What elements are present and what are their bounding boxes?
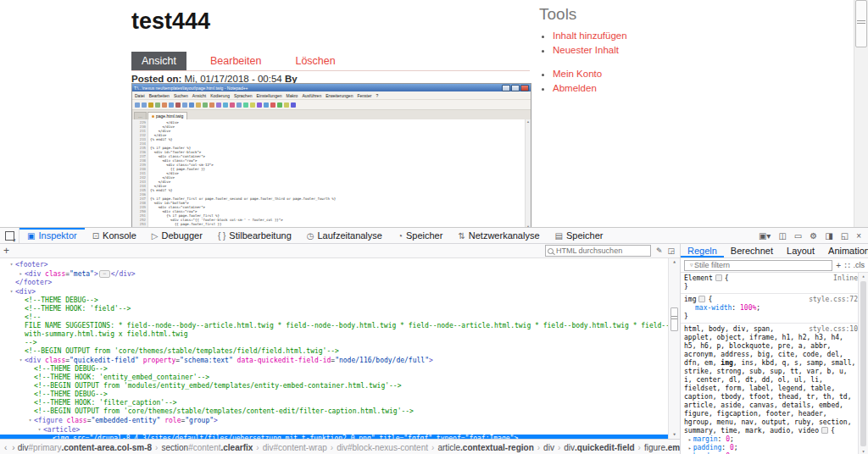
select-iframe-icon[interactable]: ▣▾ bbox=[759, 231, 771, 241]
dock-side-icon[interactable]: ◨ bbox=[825, 231, 832, 241]
css-declaration[interactable]: ▸margin: 0; bbox=[684, 435, 858, 444]
scroll-up-icon[interactable]: ▴ bbox=[859, 273, 868, 280]
page-scrollbar[interactable] bbox=[854, 0, 868, 227]
selector-highlight-icon[interactable] bbox=[821, 427, 828, 434]
markup-node[interactable]: <!--THEME DEBUG--> bbox=[0, 296, 668, 305]
pick-element-button[interactable]: ▸ bbox=[0, 228, 19, 243]
markup-node[interactable]: ▾<figure class="embedded-entity" role="g… bbox=[0, 416, 668, 425]
breadcrumb-item-section[interactable]: section#content.clearfix bbox=[161, 443, 253, 452]
node-tab-löschen[interactable]: Löschen bbox=[285, 52, 345, 70]
collapse-arrow-icon[interactable]: ▾ bbox=[8, 260, 15, 269]
markup-node[interactable]: <!--THEME HOOK: 'filter_caption'--> bbox=[0, 399, 668, 407]
markup-node[interactable]: <!--BEGIN OUTPUT from 'modules/entity_em… bbox=[0, 382, 668, 390]
close-devtools-icon[interactable]: × bbox=[856, 231, 861, 241]
markup-node[interactable]: <!--THEME HOOK: 'entity_embed_container'… bbox=[0, 374, 668, 382]
breadcrumb-scroll-right[interactable]: › bbox=[12, 443, 14, 452]
scroll-down-icon[interactable]: ▾ bbox=[669, 431, 680, 439]
markup-node[interactable]: <!--BEGIN OUTPUT from 'core/themes/stabl… bbox=[0, 347, 668, 356]
devtools-tab-label: Inspektor bbox=[38, 230, 76, 241]
devtools-tab-speicher-5[interactable]: ◔Speicher bbox=[390, 228, 450, 243]
markup-scrollbar[interactable]: ▴ ▾ bbox=[668, 258, 680, 439]
collapse-arrow-icon[interactable]: ▾ bbox=[8, 287, 15, 296]
collapse-arrow-icon[interactable]: ▾ bbox=[36, 425, 43, 434]
markup-node[interactable]: <!--BEGIN OUTPUT from 'core/themes/stabl… bbox=[0, 407, 668, 416]
pseudo-class-icon[interactable]: ∷ bbox=[844, 261, 849, 270]
sidebar-tab-berechnet[interactable]: Berechnet bbox=[724, 244, 780, 257]
devtools-tab-konsole-1[interactable]: ⊡Konsole bbox=[85, 228, 144, 243]
devtools-tab-stilbearbeitung-3[interactable]: { }Stilbearbeitung bbox=[210, 228, 299, 243]
separate-window-icon[interactable]: ◱ bbox=[841, 231, 849, 241]
markup-node[interactable]: </footer> bbox=[0, 279, 668, 287]
css-declaration[interactable]: max-width: 100%; bbox=[684, 304, 858, 313]
markup-node[interactable]: ▾<footer> bbox=[0, 260, 668, 269]
search-icon bbox=[548, 248, 554, 254]
split-console-icon[interactable]: ◫ bbox=[778, 231, 786, 241]
tools-link[interactable]: Inhalt hinzufügen bbox=[553, 30, 627, 41]
scroll-up-icon[interactable]: ▴ bbox=[669, 258, 680, 266]
markup-node[interactable]: with-summary.html.twig x field.html.twig bbox=[0, 330, 668, 339]
breadcrumb-item-div[interactable]: div#primary.content-area.col-sm-8 bbox=[18, 443, 152, 452]
style-filter-input[interactable] bbox=[684, 260, 832, 271]
breadcrumb-scroll-left[interactable]: ‹ bbox=[4, 443, 7, 452]
rules-scrollbar[interactable]: ▴ ▾ bbox=[858, 273, 868, 454]
devtools-tab-netzwerkanalyse-6[interactable]: ⇅Netzwerkanalyse bbox=[450, 228, 547, 243]
breadcrumb-item-div[interactable]: div bbox=[543, 443, 554, 452]
markup-node[interactable]: --> bbox=[0, 339, 668, 347]
screenshot-icon[interactable]: ◲ bbox=[667, 246, 675, 255]
selector-highlight-icon[interactable] bbox=[698, 296, 705, 302]
eyedropper-icon[interactable]: ✎ bbox=[656, 246, 663, 255]
scroll-down-icon[interactable]: ▾ bbox=[859, 448, 868, 454]
devtools-tabbar: ▸ ▣Inspektor⊡Konsole▷Debugger{ }Stilbear… bbox=[0, 228, 868, 244]
sidebar-tab-regeln[interactable]: Regeln bbox=[681, 244, 724, 257]
collapsed-content-icon[interactable]: ⋯ bbox=[99, 270, 110, 278]
breadcrumb-item-div[interactable]: div#content-wrap bbox=[263, 443, 327, 452]
rule-selector[interactable]: InlineElement{ bbox=[684, 274, 858, 283]
class-toggle-button[interactable]: .cls bbox=[854, 261, 865, 269]
add-element-button[interactable]: + bbox=[3, 246, 9, 255]
add-rule-icon[interactable]: + bbox=[836, 261, 841, 270]
rule-selector[interactable]: style.css:10html, body, div, span, apple… bbox=[684, 325, 858, 435]
markup-node[interactable]: ▾<div class="quickedit-field" property="… bbox=[0, 356, 668, 365]
tools-link[interactable]: Mein Konto bbox=[553, 69, 602, 79]
devtools-tab-speicher-7[interactable]: ▤Speicher bbox=[548, 228, 611, 243]
markup-node[interactable]: <!--THEME HOOK: 'field'--> bbox=[0, 305, 668, 313]
css-declaration[interactable]: ▸padding: 0; bbox=[684, 444, 858, 452]
stylesheet-link[interactable]: style.css:10 bbox=[809, 325, 858, 334]
markup-selected-img-node[interactable]: <img src="/drupal-8.4.3/sites/default/fi… bbox=[0, 435, 668, 439]
markup-node[interactable]: <!--THEME DEBUG--> bbox=[0, 365, 668, 374]
expand-declaration-icon[interactable]: ▸ bbox=[688, 436, 692, 442]
rule-selector[interactable]: style.css:72img{ bbox=[684, 296, 858, 304]
settings-icon[interactable]: ⚙ bbox=[810, 231, 817, 241]
markup-node[interactable]: <!-- bbox=[0, 313, 668, 322]
markup-node[interactable]: <!--THEME DEBUG--> bbox=[0, 390, 668, 399]
tools-link[interactable]: Neuester Inhalt bbox=[553, 45, 619, 55]
node-tab-bearbeiten[interactable]: Bearbeiten bbox=[200, 52, 271, 70]
breadcrumb-item-article[interactable]: article.contextual-region bbox=[437, 443, 533, 452]
npp-toolbar-icon bbox=[230, 102, 235, 108]
sidebar-tab-animationen[interactable]: Animationen bbox=[821, 244, 868, 257]
breadcrumb-separator: › bbox=[638, 443, 641, 452]
breadcrumb-item-div[interactable]: div.quickedit-field bbox=[564, 443, 634, 452]
node-tab-ansicht[interactable]: Ansicht bbox=[131, 52, 186, 70]
style-filter-row: ▿ + ∷ .cls bbox=[681, 258, 868, 273]
collapse-arrow-icon[interactable]: ▾ bbox=[26, 416, 34, 424]
sidebar-tab-layout[interactable]: Layout bbox=[780, 244, 821, 257]
devtools-tab-inspektor-0[interactable]: ▣Inspektor bbox=[19, 228, 85, 243]
breadcrumb-item-div[interactable]: div#block-nexus-content bbox=[337, 443, 428, 452]
tools-link[interactable]: Abmelden bbox=[553, 83, 597, 93]
markup-node[interactable]: ▾<article> bbox=[0, 425, 668, 435]
stylesheet-link[interactable]: Inline bbox=[833, 274, 858, 283]
devtools-tab-laufzeitanalyse-4[interactable]: ◷Laufzeitanalyse bbox=[299, 228, 390, 243]
stylesheet-link[interactable]: style.css:72 bbox=[809, 296, 858, 304]
devtools-tab-debugger-2[interactable]: ▷Debugger bbox=[144, 228, 210, 243]
selector-highlight-icon[interactable] bbox=[715, 274, 722, 281]
breadcrumb-item-figure[interactable]: figure.embedded-entity bbox=[644, 443, 680, 452]
expand-declaration-icon[interactable]: ▸ bbox=[688, 445, 692, 451]
markup-node[interactable]: ▸<div class="meta">⋯</div> bbox=[0, 269, 668, 279]
markup-node[interactable]: FILE NAME SUGGESTIONS: * field--node--bo… bbox=[0, 322, 668, 330]
html-search-input[interactable] bbox=[545, 245, 651, 257]
collapse-arrow-icon[interactable]: ▾ bbox=[17, 356, 25, 364]
expand-arrow-icon[interactable]: ▸ bbox=[17, 269, 25, 278]
responsive-design-icon[interactable]: ▭ bbox=[794, 231, 802, 241]
markup-node[interactable]: ▾<div> bbox=[0, 287, 668, 296]
